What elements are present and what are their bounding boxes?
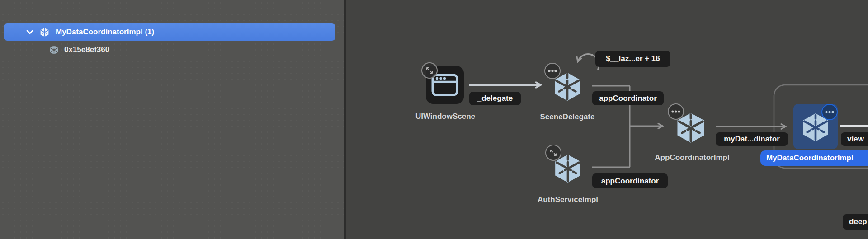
- chevron-down-icon[interactable]: [26, 29, 33, 35]
- cube-icon: [40, 28, 49, 37]
- ellipsis-badge-icon[interactable]: [821, 104, 838, 120]
- ellipsis-badge-icon[interactable]: [668, 103, 684, 120]
- edge-label-lazy-storage[interactable]: $__laz...er + 16: [595, 51, 670, 67]
- edge-label-deep[interactable]: deep: [843, 214, 868, 230]
- cube-icon: [49, 45, 59, 55]
- node-label-appcoordinatorimpl[interactable]: AppCoordinatorImpl: [636, 153, 749, 162]
- expand-badge-icon[interactable]: [545, 145, 561, 161]
- debug-navigator-panel: MyDataCoordinatorImpl (1) 0x15e8ef360: [0, 0, 344, 239]
- expand-badge-icon[interactable]: [421, 62, 438, 79]
- memory-graph-canvas[interactable]: _delegate $__laz...er + 16 appCoordinato…: [346, 0, 868, 239]
- node-label-mydatacoordinatorimpl-selected[interactable]: MyDataCoordinatorImpl: [760, 150, 868, 166]
- tree-row-instance-address[interactable]: 0x15e8ef360: [0, 42, 344, 57]
- memory-graph-debugger: { "colors": { "selection_blue": "#4d82e2…: [0, 0, 868, 239]
- node-label-uiwindowscene[interactable]: UIWindowScene: [389, 112, 502, 121]
- instance-address-label: 0x15e8ef360: [64, 45, 109, 54]
- edge-label-mydatacoordinator[interactable]: myDat...dinator: [716, 132, 788, 146]
- window-icon: [431, 74, 458, 96]
- ellipsis-badge-icon[interactable]: [544, 63, 561, 79]
- node-label-scenedelegate[interactable]: SceneDelegate: [511, 112, 624, 122]
- node-label-authserviceimpl[interactable]: AuthServiceImpl: [511, 195, 624, 204]
- edge-label-appcoordinator-2[interactable]: appCoordinator: [592, 173, 668, 188]
- tree-item-label: MyDataCoordinatorImpl (1): [56, 28, 154, 37]
- tree-row-mydatacoordinatorimpl[interactable]: MyDataCoordinatorImpl (1): [4, 23, 335, 41]
- edge-label-delegate[interactable]: _delegate: [469, 92, 521, 105]
- edge-label-appcoordinator-1[interactable]: appCoordinator: [592, 91, 664, 105]
- edge-label-view[interactable]: view: [841, 132, 868, 146]
